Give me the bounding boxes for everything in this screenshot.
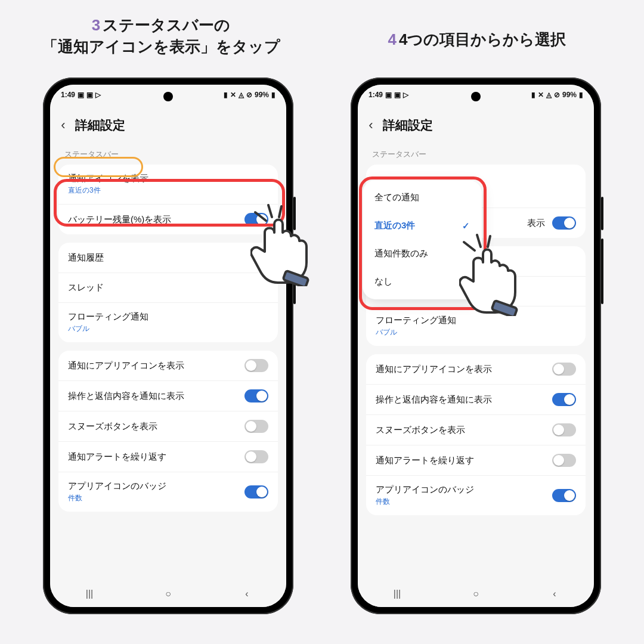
toggle-snooze[interactable] [244, 420, 268, 433]
phone-mock-left: 1:49 ▣ ▣ ▷ ▮ ✕ ◬ ⊘ 99% ▮ ‹ 詳細設定 ステータスバー [43, 78, 293, 614]
row-app-icon-in-notif[interactable]: 通知にアプリアイコンを表示 [58, 351, 278, 380]
popup-option-label: なし [374, 276, 392, 287]
row-app-icon-in-notif[interactable]: 通知にアプリアイコンを表示 [366, 354, 586, 384]
page-header: ‹ 詳細設定 [50, 105, 286, 145]
step-number: 3 [92, 16, 100, 34]
notification-icon-options-popup: 全ての通知 直近の3件 ✓ 通知件数のみ なし [363, 180, 482, 299]
row-sublabel: 件数 [68, 493, 166, 503]
nav-recents-icon[interactable]: ||| [82, 589, 97, 599]
no-sim-icon: ⊘ [554, 91, 560, 98]
row-label: フローティング通知 [68, 311, 148, 323]
wifi-icon: ◬ [546, 91, 552, 98]
nav-back-icon[interactable]: ‹ [239, 589, 255, 599]
status-time: 1:49 [61, 91, 75, 99]
page-title: 詳細設定 [383, 117, 433, 134]
row-label: スヌーズボタンを表示 [376, 425, 465, 436]
toggle-battery-percent[interactable] [552, 216, 576, 230]
row-label-suffix: 表示 [527, 218, 552, 229]
nav-recents-icon[interactable]: ||| [389, 589, 405, 599]
row-show-battery-percent[interactable]: バッテリー残量(%)を表示 [58, 204, 278, 234]
popup-option-all[interactable]: 全ての通知 [363, 184, 482, 212]
row-label: 通知アラートを繰り返す [376, 455, 474, 466]
app-icon: ▣ [86, 91, 93, 98]
row-label: バッテリー残量(%)を表示 [68, 214, 171, 225]
instruction-step-4: 44つの項目からから選択 [346, 29, 608, 50]
phone-side-button [293, 239, 296, 304]
toggle-app-icon[interactable] [552, 363, 576, 376]
row-label: 通知アラートを繰り返す [68, 451, 166, 463]
row-label: スヌーズボタンを表示 [68, 421, 157, 432]
camera-notch [163, 92, 173, 101]
row-repeat-notification-alert[interactable]: 通知アラートを繰り返す [58, 441, 278, 472]
row-label: 通知にアプリアイコンを表示 [376, 364, 492, 375]
settings-card-statusbar: 通知アイコンを表示 直近の3件 バッテリー残量(%)を表示 [58, 165, 278, 234]
row-floating-notifications[interactable]: フローティング通知 バブル [366, 306, 586, 346]
row-show-snooze-button[interactable]: スヌーズボタンを表示 [58, 411, 278, 441]
row-label: アプリアイコンのバッジ [376, 484, 474, 496]
row-show-notification-icons[interactable]: 通知アイコンを表示 直近の3件 [58, 165, 278, 204]
battery-icon: ▮ [579, 91, 583, 98]
row-label: 通知にアプリアイコンを表示 [68, 360, 184, 371]
row-label: 操作と返信内容を通知に表示 [376, 394, 492, 405]
check-icon: ✓ [462, 221, 470, 231]
row-actions-reply-in-notif[interactable]: 操作と返信内容を通知に表示 [58, 380, 278, 411]
toggle-app-icon[interactable] [244, 359, 268, 372]
status-time: 1:49 [369, 91, 383, 99]
nav-home-icon[interactable]: ○ [160, 589, 176, 599]
popup-option-none[interactable]: なし [363, 268, 482, 296]
popup-option-label: 通知件数のみ [374, 248, 428, 259]
row-app-icon-badge[interactable]: アプリアイコンのバッジ 件数 [58, 472, 278, 512]
toggle-battery-percent[interactable] [244, 213, 268, 226]
row-app-icon-badge[interactable]: アプリアイコンのバッジ 件数 [366, 475, 586, 515]
no-sim-icon: ⊘ [246, 91, 252, 98]
toggle-badge[interactable] [244, 485, 268, 499]
row-sublabel: 直近の3件 [68, 185, 148, 196]
image-icon: ▣ [385, 91, 392, 98]
row-label: アプリアイコンのバッジ [68, 481, 166, 492]
settings-content: ステータスバー 通知アイコンを表示 直近の3件 バッテリー残量(%)を表示 通知… [50, 145, 286, 581]
row-floating-notifications[interactable]: フローティング通知 バブル [58, 302, 278, 342]
row-repeat-notification-alert[interactable]: 通知アラートを繰り返す [366, 445, 586, 475]
settings-card-3: 通知にアプリアイコンを表示 操作と返信内容を通知に表示 スヌーズボタンを表示 通… [58, 351, 278, 512]
row-label: 通知アイコンを表示 [68, 173, 148, 184]
battery-icon: ▮ [271, 91, 275, 98]
popup-option-label: 全ての通知 [374, 192, 419, 203]
settings-card-3: 通知にアプリアイコンを表示 操作と返信内容を通知に表示 スヌーズボタンを表示 通… [366, 354, 586, 515]
app-icon: ▣ [394, 91, 401, 98]
back-icon[interactable]: ‹ [56, 117, 70, 133]
step-number: 4 [388, 30, 397, 48]
phone-screen: 1:49 ▣ ▣ ▷ ▮ ✕ ◬ ⊘ 99% ▮ ‹ 詳細設定 ステータスバー [50, 85, 286, 607]
row-notification-history[interactable]: 通知履歴 [58, 243, 278, 273]
row-sublabel: バブル [376, 327, 456, 338]
instruction-step-3: 3ステータスバーの 「通知アイコンを表示」をタップ [30, 14, 292, 58]
row-show-snooze-button[interactable]: スヌーズボタンを表示 [366, 414, 586, 445]
row-sublabel: 件数 [376, 497, 474, 507]
toggle-repeat-alert[interactable] [244, 450, 268, 463]
play-icon: ▷ [403, 91, 408, 98]
section-label-statusbar: ステータスバー [58, 145, 278, 165]
section-label-statusbar: ステータスバー [366, 145, 586, 165]
status-battery: 99% [562, 91, 577, 99]
toggle-actions-reply[interactable] [552, 393, 576, 406]
nav-home-icon[interactable]: ○ [468, 589, 484, 599]
row-label: 操作と返信内容を通知に表示 [68, 391, 184, 402]
toggle-badge[interactable] [552, 489, 576, 502]
popup-option-recent3[interactable]: 直近の3件 ✓ [363, 212, 482, 240]
status-battery: 99% [255, 91, 269, 99]
vibrate-icon: ▮ [224, 91, 228, 98]
phone-screen: 1:49 ▣ ▣ ▷ ▮ ✕ ◬ ⊘ 99% ▮ ‹ 詳細設定 ステータスバー [358, 85, 594, 607]
mute-icon: ✕ [538, 91, 544, 98]
page-title: 詳細設定 [75, 117, 125, 134]
toggle-actions-reply[interactable] [244, 389, 268, 402]
row-thread[interactable]: スレッド [58, 273, 278, 302]
back-icon[interactable]: ‹ [364, 117, 378, 133]
wifi-icon: ◬ [239, 91, 244, 98]
toggle-snooze[interactable] [552, 423, 576, 436]
row-actions-reply-in-notif[interactable]: 操作と返信内容を通知に表示 [366, 384, 586, 414]
camera-notch [471, 92, 481, 101]
popup-option-count-only[interactable]: 通知件数のみ [363, 240, 482, 268]
toggle-repeat-alert[interactable] [552, 454, 576, 467]
row-label: スレッド [68, 282, 104, 293]
phone-side-button [601, 239, 603, 304]
nav-back-icon[interactable]: ‹ [547, 589, 562, 599]
